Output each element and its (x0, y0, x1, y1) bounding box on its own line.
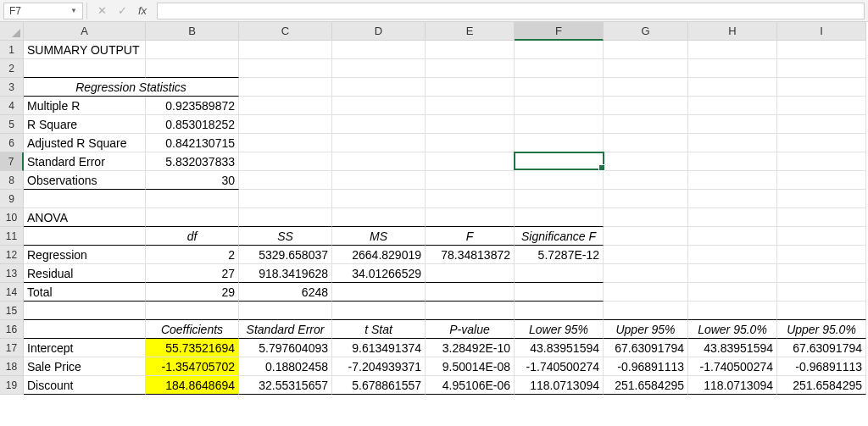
cell[interactable] (688, 78, 777, 97)
name-box[interactable]: F7 ▼ (3, 3, 83, 19)
cell[interactable]: SUMMARY OUTPUT (24, 41, 146, 59)
cell[interactable] (332, 171, 426, 190)
fx-icon[interactable]: fx (136, 5, 148, 17)
cell[interactable]: 67.63091794 (777, 339, 866, 357)
cell[interactable] (777, 97, 866, 115)
cell[interactable] (426, 302, 515, 320)
cell[interactable] (24, 59, 146, 78)
cell[interactable]: F (426, 227, 515, 246)
cell[interactable] (688, 227, 777, 246)
cell[interactable]: 5.832037833 (146, 152, 239, 171)
cell[interactable]: Lower 95% (515, 320, 604, 339)
col-head-H[interactable]: H (688, 22, 777, 41)
cell[interactable]: 78.34813872 (426, 246, 515, 264)
cell[interactable] (515, 264, 604, 283)
cell[interactable] (332, 97, 426, 115)
cell[interactable]: 0.923589872 (146, 97, 239, 115)
cell[interactable] (604, 283, 688, 302)
row-head[interactable]: 12 (0, 246, 24, 264)
cell[interactable] (515, 190, 604, 208)
cell[interactable]: 4.95106E-06 (426, 376, 515, 395)
cell[interactable]: SS (239, 227, 332, 246)
cell[interactable] (239, 190, 332, 208)
row-head[interactable]: 7 (0, 152, 24, 171)
cell[interactable] (426, 283, 515, 302)
cell[interactable] (24, 227, 146, 246)
cell[interactable]: ANOVA (24, 208, 146, 227)
cell[interactable] (239, 78, 332, 97)
col-head-C[interactable]: C (239, 22, 332, 41)
cell[interactable]: -1.740500274 (688, 357, 777, 376)
cell[interactable] (332, 283, 426, 302)
col-head-G[interactable]: G (604, 22, 688, 41)
cell[interactable] (688, 134, 777, 152)
cell[interactable]: 5329.658037 (239, 246, 332, 264)
col-head-E[interactable]: E (426, 22, 515, 41)
cell[interactable] (239, 59, 332, 78)
cell[interactable] (426, 134, 515, 152)
cell[interactable]: 918.3419628 (239, 264, 332, 283)
row-head[interactable]: 1 (0, 41, 24, 59)
spreadsheet-grid[interactable]: A B C D E F G H I 1 SUMMARY OUTPUT 2 3 R… (0, 22, 868, 395)
cell[interactable]: 32.55315657 (239, 376, 332, 395)
cell[interactable]: df (146, 227, 239, 246)
row-head[interactable]: 6 (0, 134, 24, 152)
row-head[interactable]: 16 (0, 320, 24, 339)
cell[interactable] (332, 208, 426, 227)
cell[interactable] (239, 302, 332, 320)
cell[interactable] (515, 97, 604, 115)
row-head[interactable]: 2 (0, 59, 24, 78)
cell[interactable] (332, 302, 426, 320)
cell[interactable]: 2 (146, 246, 239, 264)
cell[interactable] (426, 97, 515, 115)
cell[interactable] (688, 171, 777, 190)
cell[interactable] (604, 264, 688, 283)
cell[interactable]: P-value (426, 320, 515, 339)
row-head[interactable]: 13 (0, 264, 24, 283)
cell[interactable]: Multiple R (24, 97, 146, 115)
col-head-B[interactable]: B (146, 22, 239, 41)
cell[interactable] (426, 59, 515, 78)
cell[interactable] (515, 302, 604, 320)
row-head[interactable]: 19 (0, 376, 24, 395)
cell[interactable] (426, 41, 515, 59)
cell[interactable]: 2664.829019 (332, 246, 426, 264)
cell[interactable] (688, 115, 777, 134)
cell[interactable] (777, 302, 866, 320)
col-head-I[interactable]: I (777, 22, 866, 41)
cell[interactable] (515, 134, 604, 152)
cell[interactable]: Upper 95% (604, 320, 688, 339)
col-head-A[interactable]: A (24, 22, 146, 41)
cell[interactable] (688, 208, 777, 227)
chevron-down-icon[interactable]: ▼ (70, 7, 77, 14)
selected-cell[interactable] (514, 152, 604, 170)
row-head[interactable]: 11 (0, 227, 24, 246)
cell[interactable] (688, 283, 777, 302)
cell[interactable] (777, 246, 866, 264)
cell[interactable] (515, 78, 604, 97)
cell[interactable] (604, 190, 688, 208)
cell[interactable] (332, 41, 426, 59)
cell[interactable] (688, 302, 777, 320)
row-head[interactable]: 18 (0, 357, 24, 376)
cell[interactable] (604, 115, 688, 134)
cell[interactable] (604, 134, 688, 152)
cell[interactable]: R Square (24, 115, 146, 134)
cell[interactable] (146, 59, 239, 78)
cell[interactable] (777, 264, 866, 283)
cell[interactable] (688, 190, 777, 208)
cell[interactable]: Upper 95.0% (777, 320, 866, 339)
cell[interactable]: 27 (146, 264, 239, 283)
cell[interactable]: 118.0713094 (515, 376, 604, 395)
cell[interactable] (239, 171, 332, 190)
cell[interactable]: 5.797604093 (239, 339, 332, 357)
cell[interactable] (426, 115, 515, 134)
cell[interactable] (604, 302, 688, 320)
cell[interactable] (24, 320, 146, 339)
cell[interactable] (515, 115, 604, 134)
cell[interactable] (332, 152, 426, 171)
cell[interactable] (426, 78, 515, 97)
cell[interactable] (239, 152, 332, 171)
row-head[interactable]: 5 (0, 115, 24, 134)
cell[interactable] (146, 41, 239, 59)
